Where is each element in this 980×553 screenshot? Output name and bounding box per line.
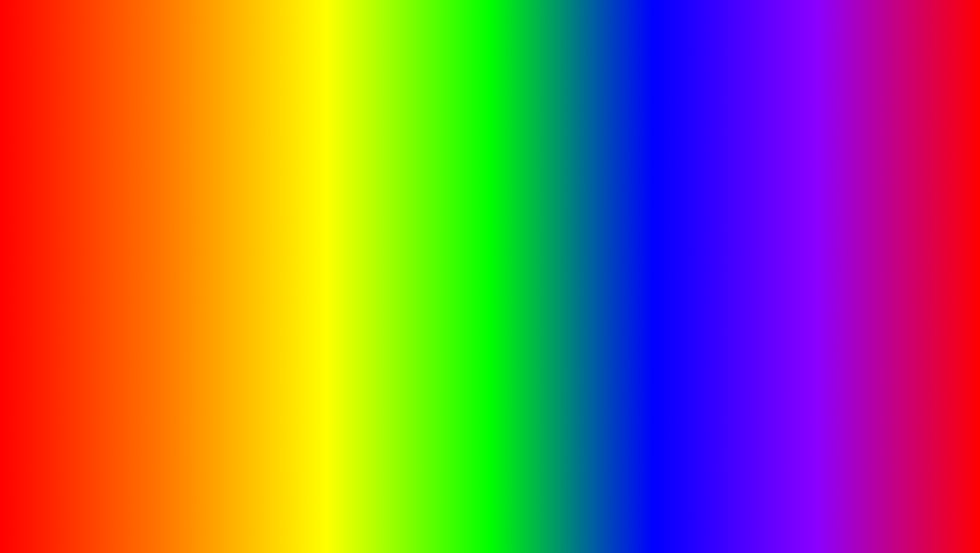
farm-selected-toggle[interactable] bbox=[318, 219, 325, 226]
sidebar-item-main-farm-left[interactable]: 🏠 Main Farm bbox=[48, 183, 114, 199]
chevron-down-icon: ▲ bbox=[320, 188, 325, 194]
player-aura-label: Player Aura bbox=[735, 278, 772, 286]
item-card-monster-magnet[interactable]: Material x1 ⚓ Monster Magnet bbox=[142, 245, 207, 310]
mastery-option-checkbox[interactable]: ✓ bbox=[918, 234, 927, 243]
window-right-body: ⬜ Main 📶 Status Server 🏠 Main Farm 📍 Tel… bbox=[664, 179, 932, 355]
sidebar-item-shop-left[interactable]: 🛒 Shop bbox=[48, 232, 114, 248]
avatar-left: 👤 bbox=[54, 284, 69, 298]
expand-chevron-icon: ▲ bbox=[276, 258, 288, 265]
minimize-button-right[interactable]: — bbox=[901, 166, 912, 174]
item-label-2: Material x1 bbox=[214, 248, 241, 255]
player-aura-section-label: Player Arua bbox=[735, 265, 927, 275]
item-card-leviathan-heart[interactable]: Material x1 💙 Leviathan Heart bbox=[211, 245, 272, 310]
v4-icon: ⬆ bbox=[670, 274, 676, 282]
sidebar-item-main-farm-right[interactable]: 🏠 Main Farm bbox=[664, 215, 730, 231]
status-icon: 📶 bbox=[670, 203, 679, 211]
window-left-header: Hirimi Hub X — ✕ bbox=[48, 162, 331, 179]
mastery-option-row: Mastery Farm Option ✓ bbox=[735, 231, 927, 247]
window-right-title: Hirimi Hub X bbox=[670, 166, 713, 174]
sidebar-right: ⬜ Main 📶 Status Server 🏠 Main Farm 📍 Tel… bbox=[664, 179, 730, 355]
window-right-header: Hirimi Hub X — ✕ bbox=[664, 162, 932, 179]
sidebar-item-teleport-right[interactable]: 📍 Teleport bbox=[664, 231, 730, 248]
teleport-icon: 📍 bbox=[54, 203, 63, 212]
webhook-icon: 🔗 bbox=[670, 306, 679, 315]
type-mastery-label: Type Mastery Farm bbox=[735, 187, 795, 194]
type-mastery-row: Type Mastery Farm Devil Fruit ▲ bbox=[735, 184, 927, 198]
blox-fruits-logo: 💀 BL★X FRUITS bbox=[853, 413, 930, 488]
svg-line-3 bbox=[309, 80, 671, 461]
sidebar-item-webhook[interactable]: 🔗 Webhook bbox=[664, 302, 730, 319]
select-weapon-label: Select Your Weapon Type bbox=[119, 203, 199, 211]
svg-marker-6 bbox=[45, 334, 106, 400]
main-title: BLOX FRUITS bbox=[4, 9, 976, 83]
pastebin-label: PASTEBIN bbox=[603, 482, 842, 533]
spam-skill-value[interactable]: Z ▲ bbox=[917, 252, 927, 259]
upgrade-weapon-icon: ⚙ bbox=[670, 255, 677, 263]
window-left-controls[interactable]: — ✕ bbox=[299, 166, 324, 175]
double-up-toggle[interactable] bbox=[318, 231, 325, 238]
sidebar-item-v4-upgrade[interactable]: ⬆ V4 Upgrade bbox=[664, 270, 730, 286]
minimize-button-left[interactable]: — bbox=[299, 166, 310, 175]
spam-skill-label: Spam Skill Option bbox=[735, 252, 792, 259]
window-left-title: Hirimi Hub X bbox=[54, 166, 97, 175]
skull-icon: 💀 bbox=[853, 413, 878, 439]
sidebar-user-left[interactable]: 👤 Sky bbox=[48, 280, 114, 302]
main-content-right: Type Mastery Farm Devil Fruit ▲ % Health… bbox=[730, 179, 932, 355]
select-weapon-row: Select Your Weapon Type Melee ▲ bbox=[119, 200, 325, 215]
home-icon: 🏠 bbox=[54, 187, 63, 195]
type-mastery-value[interactable]: Devil Fruit ▲ bbox=[893, 187, 927, 194]
health-label: % Health to send skill bbox=[735, 203, 927, 211]
spam-skill-chevron-icon: ▲ bbox=[922, 253, 927, 258]
leviathan-heart-icon: 💙 bbox=[226, 264, 257, 294]
svg-point-9 bbox=[449, 146, 531, 268]
material-selected-toggle[interactable] bbox=[318, 315, 325, 322]
main-content-left: Choose Method To Farm Level ▲ Select You… bbox=[114, 179, 331, 331]
close-button-right[interactable]: ✕ bbox=[916, 166, 926, 174]
selected-display: elected bbox=[119, 245, 137, 276]
select-weapon-value[interactable]: Melee ▲ bbox=[302, 204, 325, 211]
update-label: UPDATE bbox=[138, 482, 330, 533]
type-mastery-chevron-icon: ▲ bbox=[922, 188, 927, 193]
sidebar-item-main-right[interactable]: ⬜ Main bbox=[664, 183, 730, 199]
sidebar-user-right[interactable]: 👤 Sky bbox=[664, 329, 730, 351]
window-left-body: 🏠 Main Farm 📍 Teleport ⬜ Upgrade 🛒 Shop … bbox=[48, 179, 331, 331]
blox-text: BL bbox=[861, 439, 889, 463]
sidebar-item-shop-right[interactable]: 🛒 Shop bbox=[664, 286, 730, 302]
close-button-left[interactable]: ✕ bbox=[314, 166, 324, 175]
window-left: Hirimi Hub X — ✕ 🏠 Main Farm 📍 Teleport … bbox=[47, 161, 332, 332]
shop-icon-right: 🛒 bbox=[670, 290, 679, 298]
choose-method-row: Choose Method To Farm Level ▲ bbox=[119, 184, 325, 198]
svg-line-2 bbox=[309, 80, 671, 461]
health-input[interactable] bbox=[735, 215, 927, 226]
window-right-controls[interactable]: — ✕ bbox=[901, 166, 926, 174]
sidebar-item-teleport-left[interactable]: 📍 Teleport bbox=[48, 199, 114, 216]
double-up-row: Double Up bbox=[119, 229, 325, 241]
upgrade-icon: ⬜ bbox=[54, 220, 63, 228]
item-name-1: Monster Magnet bbox=[153, 298, 196, 304]
sidebar-item-upgrade-left[interactable]: ⬜ Upgrade bbox=[48, 216, 114, 232]
sidebar-item-status-server[interactable]: 📶 Status Server bbox=[664, 199, 730, 215]
main-icon-right: ⬜ bbox=[670, 187, 679, 195]
player-aura-row: Player Aura bbox=[735, 275, 927, 289]
item-name-2: Leviathan Heart bbox=[221, 296, 263, 302]
teleport-icon-right: 📍 bbox=[670, 235, 679, 244]
choose-method-label: Choose Method To Farm bbox=[119, 187, 196, 195]
spam-skill-row: Spam Skill Option Z ▲ bbox=[735, 249, 927, 263]
setting-icon: ⚙ bbox=[54, 267, 61, 275]
monster-magnet-icon: ⚓ bbox=[159, 266, 190, 296]
script-label: SCRIPT bbox=[413, 482, 589, 533]
fruits-text: FRUITS bbox=[853, 464, 930, 488]
player-aura-toggle[interactable] bbox=[920, 279, 927, 286]
bottom-banner: UPDATE 20 SCRIPT PASTEBIN bbox=[4, 482, 976, 534]
sidebar-item-upgrade-weapon[interactable]: ⚙ Upgrade Weapon bbox=[664, 248, 730, 270]
chevron-up-icon: ▲ bbox=[320, 204, 325, 210]
choose-method-value[interactable]: Level ▲ bbox=[304, 188, 325, 195]
svg-point-10 bbox=[460, 111, 520, 171]
window-right: Hirimi Hub X — ✕ ⬜ Main 📶 Status Server … bbox=[664, 161, 933, 356]
sidebar-item-setting-left[interactable]: ⚙ Setting bbox=[48, 263, 114, 280]
material-selected-row: Selected bbox=[119, 313, 325, 325]
expand-items-button[interactable]: … bbox=[276, 247, 288, 256]
item-label-1: Material x1 bbox=[147, 250, 174, 257]
sidebar-left: 🏠 Main Farm 📍 Teleport ⬜ Upgrade 🛒 Shop … bbox=[48, 179, 114, 331]
shop-icon: 🛒 bbox=[54, 236, 63, 244]
